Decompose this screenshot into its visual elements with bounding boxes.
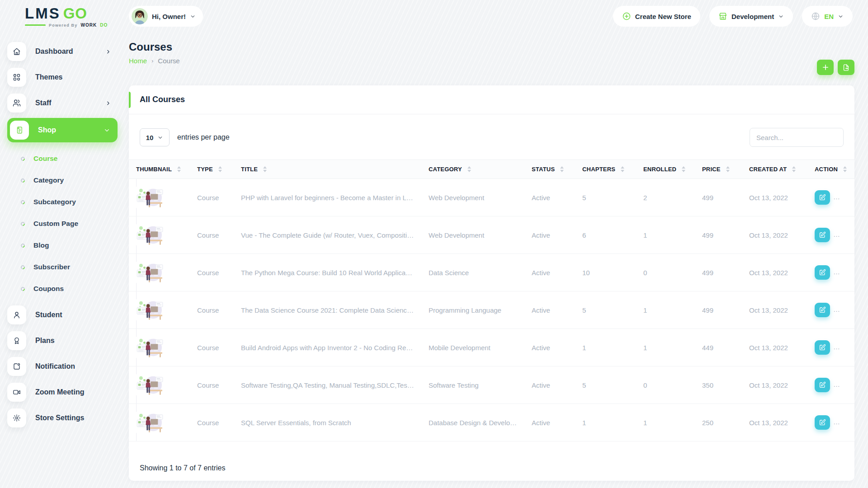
sidebar-item-plans[interactable]: Plans	[7, 330, 118, 352]
table-head: THUMBNAILTYPETITLECATEGORYSTATUSCHAPTERS…	[129, 160, 854, 179]
cell-created-at: Oct 13, 2022	[742, 404, 807, 441]
column-header-type[interactable]: TYPE	[190, 160, 234, 179]
bullet-icon	[20, 178, 26, 183]
edit-button[interactable]	[815, 190, 830, 205]
sidebar-subitem-subcategory[interactable]: Subcategory	[7, 191, 118, 213]
sidebar-subitem-course[interactable]: Course	[7, 148, 118, 169]
sort-icon[interactable]	[682, 166, 685, 172]
sidebar-subitem-category[interactable]: Category	[7, 169, 118, 191]
column-header-chapters[interactable]: CHAPTERS	[575, 160, 636, 179]
course-thumbnail-image	[136, 329, 183, 366]
column-header-price[interactable]: PRICE	[695, 160, 742, 179]
sort-icon[interactable]	[621, 166, 624, 172]
column-label: PRICE	[702, 166, 721, 173]
entries-per-page-select[interactable]: 10	[140, 128, 170, 146]
edit-icon	[819, 306, 826, 314]
cell-type: Course	[190, 179, 234, 216]
sort-icon[interactable]	[560, 166, 564, 172]
column-header-action[interactable]: ACTION	[807, 160, 854, 179]
sidebar-item-student[interactable]: Student	[7, 304, 118, 326]
column-header-thumbnail[interactable]: THUMBNAIL	[129, 160, 190, 179]
edit-button[interactable]	[815, 340, 830, 355]
cell-enrolled: 0	[636, 366, 695, 404]
cell-category: Data Science	[421, 254, 524, 291]
sidebar-subitem-blog[interactable]: Blog	[7, 235, 118, 256]
edit-button[interactable]	[815, 303, 830, 317]
receipt-icon	[10, 121, 29, 140]
brand-logo[interactable]: LMS GO Powered By WORK DO	[25, 5, 129, 28]
sort-icon[interactable]	[467, 166, 471, 172]
cell-price: 499	[695, 254, 742, 291]
course-thumbnail-image	[136, 254, 183, 291]
user-menu[interactable]: Hi, Owner!	[129, 6, 203, 27]
sidebar-item-label: Zoom Meeting	[35, 388, 111, 396]
edit-button[interactable]	[815, 265, 830, 280]
store-selector[interactable]: Development	[709, 6, 793, 27]
search-input[interactable]	[750, 128, 844, 147]
edit-button[interactable]	[815, 378, 830, 392]
column-header-created-at[interactable]: CREATED AT	[742, 160, 807, 179]
sort-icon[interactable]	[263, 166, 267, 172]
sidebar-subitem-subscriber[interactable]: Subscriber	[7, 256, 118, 278]
powered-by-label: Powered By	[49, 23, 78, 28]
column-header-enrolled[interactable]: ENROLLED	[636, 160, 695, 179]
column-header-category[interactable]: CATEGORY	[421, 160, 524, 179]
sort-icon[interactable]	[726, 166, 730, 172]
cell-price: 350	[695, 366, 742, 404]
sort-icon[interactable]	[218, 166, 222, 172]
table-row: CoursePHP with Laravel for beginners - B…	[129, 179, 854, 216]
header-actions: Create New Store Development EN	[613, 6, 853, 27]
cell-title: Software Testing,QA Testing, Manual Test…	[234, 366, 421, 404]
column-label: ACTION	[815, 166, 838, 173]
column-label: CHAPTERS	[582, 166, 615, 173]
cell-title: The Data Science Course 2021: Complete D…	[234, 291, 421, 329]
breadcrumb-home-link[interactable]: Home	[129, 57, 147, 65]
column-header-title[interactable]: TITLE	[234, 160, 421, 179]
powered-brand-green: DO	[100, 23, 108, 28]
column-label: ENROLLED	[643, 166, 676, 173]
sidebar-item-themes[interactable]: Themes	[7, 66, 118, 88]
table-body: CoursePHP with Laravel for beginners - B…	[129, 179, 854, 441]
cell-created-at: Oct 13, 2022	[742, 179, 807, 216]
chevron-down-icon	[104, 127, 110, 134]
sort-icon[interactable]	[177, 166, 181, 172]
sidebar-item-dashboard[interactable]: Dashboard	[7, 41, 118, 62]
cell-chapters: 5	[575, 291, 636, 329]
sidebar-subitem-label: Subscriber	[33, 263, 70, 271]
add-course-button[interactable]	[817, 60, 834, 75]
sort-icon[interactable]	[843, 166, 847, 172]
sidebar-item-staff[interactable]: Staff	[7, 92, 118, 114]
edit-button[interactable]	[815, 415, 830, 430]
sidebar-item-store-settings[interactable]: Store Settings	[7, 407, 118, 429]
sidebar-subitem-custom-page[interactable]: Custom Page	[7, 213, 118, 235]
avatar	[132, 8, 148, 24]
sidebar-item-shop[interactable]: Shop	[7, 118, 118, 142]
cell-action	[807, 366, 854, 404]
create-new-store-button[interactable]: Create New Store	[613, 6, 700, 27]
sort-icon[interactable]	[792, 166, 796, 172]
cell-action	[807, 254, 854, 291]
chevron-right-icon	[105, 100, 111, 106]
sidebar-item-zoom-meeting[interactable]: Zoom Meeting	[7, 381, 118, 403]
edit-icon	[819, 381, 826, 389]
cell-category: Software Testing	[421, 366, 524, 404]
sidebar-item-notification[interactable]: Notification	[7, 356, 118, 377]
sidebar-item-label: Dashboard	[35, 47, 96, 56]
cell-created-at: Oct 13, 2022	[742, 254, 807, 291]
column-label: STATUS	[532, 166, 555, 173]
sidebar-subitem-coupons[interactable]: Coupons	[7, 278, 118, 300]
entries-per-page-value: 10	[146, 134, 154, 141]
cell-action	[807, 329, 854, 366]
sidebar-item-label: Plans	[35, 337, 111, 345]
language-selector[interactable]: EN	[802, 6, 853, 27]
column-header-status[interactable]: STATUS	[524, 160, 575, 179]
edit-button[interactable]	[815, 228, 830, 242]
globe-icon	[811, 12, 820, 21]
export-button[interactable]	[838, 60, 854, 75]
cell-category: Web Development	[421, 179, 524, 216]
bullet-icon	[20, 243, 26, 249]
course-thumbnail-image	[136, 366, 183, 404]
cell-category: Programming Language	[421, 291, 524, 329]
bullet-icon	[20, 221, 26, 227]
cell-price: 499	[695, 291, 742, 329]
